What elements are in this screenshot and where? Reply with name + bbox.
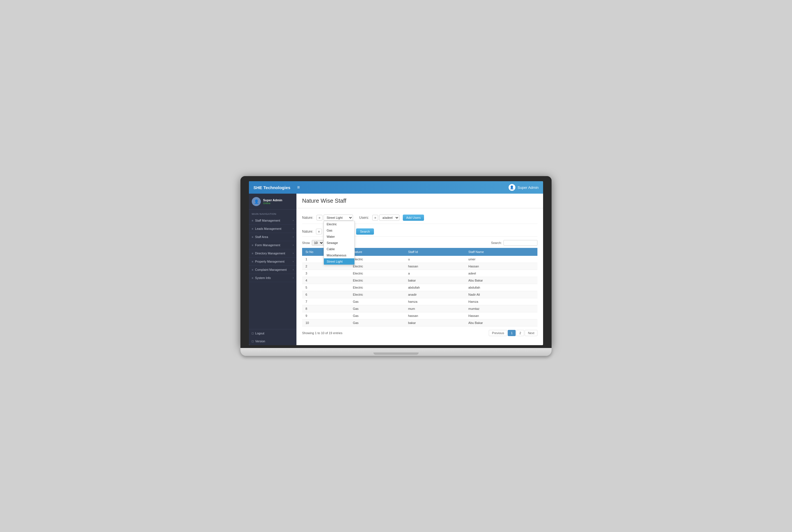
sidebar-nav-label: MAIN NAVIGATION: [249, 210, 296, 216]
sidebar-item-staff-management[interactable]: ≡ Staff Mamagement ›: [249, 216, 296, 225]
users-filter-icon-btn[interactable]: ≡: [372, 215, 378, 221]
nature-filter-group: ≡ Electric Gas Water Sewage Cable Miscel…: [316, 214, 353, 221]
search-input[interactable]: [503, 240, 537, 246]
page-2-button[interactable]: 2: [516, 330, 524, 336]
cell-staff-id: bakar: [405, 319, 465, 326]
previous-button[interactable]: Previous: [489, 330, 507, 336]
app-layout: 👤 Super Admin Online MAIN NAVIGATION ≡ S…: [249, 194, 543, 345]
table-row: 10 Gas bakar Abu Bakar: [302, 319, 537, 326]
cell-nature: Gas: [349, 319, 404, 326]
sidebar-item-label: Property Management: [255, 260, 284, 263]
table-row: 3 Electric a adeel: [302, 270, 537, 277]
sidebar-user-details: Super Admin Online: [263, 198, 282, 205]
version-label: Version: [255, 340, 265, 343]
cell-nature: Gas: [349, 298, 404, 305]
add-users-button[interactable]: Add Users: [403, 214, 424, 221]
cell-nature: Gas: [349, 312, 404, 319]
dropdown-item-electric[interactable]: Electric: [324, 221, 354, 227]
cell-staff-name: umer: [465, 256, 537, 263]
dropdown-item-sewage[interactable]: Sewage: [324, 240, 354, 246]
sidebar-item-system-info[interactable]: ≡ System Info ›: [249, 274, 296, 282]
users-filter-group: ≡ a/adeel: [372, 214, 399, 221]
cell-staff-name: Abu Bakar: [465, 319, 537, 326]
complaint-management-icon: ≡: [252, 268, 254, 271]
cell-nature: Electric: [349, 263, 404, 270]
header-left: SHE Technologies ≡: [254, 185, 300, 190]
brand-name: SHE Technologies: [254, 185, 291, 190]
sidebar-avatar: 👤: [252, 197, 261, 206]
sidebar-item-property-management[interactable]: ≡ Property Management ›: [249, 258, 296, 266]
cell-nature: Electric: [349, 291, 404, 298]
sidebar-item-label: System Info: [255, 276, 271, 280]
dropdown-item-water[interactable]: Water: [324, 233, 354, 240]
staff-area-icon: ≡: [252, 235, 254, 239]
sidebar-item-staff-area[interactable]: ≡ Staff Area ›: [249, 233, 296, 241]
filter-bar: Nature: ≡ Electric Gas Water Sewage: [302, 212, 537, 224]
dropdown-item-gas[interactable]: Gas: [324, 227, 354, 233]
sidebar-item-leads-management[interactable]: ≡ Leads Management ›: [249, 225, 296, 233]
cell-nature: Electric: [349, 256, 404, 263]
nature-filter-icon-btn[interactable]: ≡: [316, 215, 322, 221]
screen: SHE Technologies ≡ 👤 Super Admin 👤 Super…: [249, 181, 543, 345]
leads-management-icon: ≡: [252, 227, 254, 230]
cell-srno: 6: [302, 291, 349, 298]
col-staff-name: Staff Name: [465, 248, 537, 256]
next-button[interactable]: Next: [525, 330, 537, 336]
dropdown-item-miscellaneous[interactable]: Miscellaneous: [324, 252, 354, 259]
cell-nature: Electric: [349, 270, 404, 277]
sidebar-bottom: □ Logout □ Version: [249, 329, 296, 345]
users-select[interactable]: a/adeel: [379, 214, 399, 221]
pagination-info: Showing 1 to 10 of 19 entries: [302, 331, 342, 335]
cell-srno: 7: [302, 298, 349, 305]
chevron-icon-6: ›: [293, 268, 294, 271]
table-body: 1 Electric u umer 2 Electric hassan Hass…: [302, 256, 537, 326]
cell-srno: 4: [302, 277, 349, 284]
dropdown-item-cable[interactable]: Cable: [324, 246, 354, 252]
sidebar-item-label: Complaint Management: [255, 268, 287, 271]
main-content: Nature Wise Staff Nature: ≡ Electric: [296, 194, 543, 345]
hamburger-icon[interactable]: ≡: [297, 185, 300, 190]
entries-select[interactable]: 10 25 50: [312, 240, 324, 246]
cell-srno: 10: [302, 319, 349, 326]
chevron-icon-4: ›: [293, 252, 294, 255]
cell-staff-name: Abu Bakar: [465, 277, 537, 284]
directory-management-icon: ≡: [252, 252, 254, 255]
cell-staff-id: abdullah: [405, 284, 465, 291]
cell-srno: 9: [302, 312, 349, 319]
logout-label: Logout: [255, 331, 264, 335]
property-management-icon: ≡: [252, 260, 254, 263]
sidebar-logout[interactable]: □ Logout: [249, 329, 296, 337]
cell-srno: 3: [302, 270, 349, 277]
nature-select[interactable]: Electric Gas Water Sewage Cable Miscella…: [324, 214, 353, 221]
sidebar-version[interactable]: □ Version: [249, 337, 296, 345]
screen-bezel: SHE Technologies ≡ 👤 Super Admin 👤 Super…: [240, 176, 552, 348]
sidebar-item-directory-management[interactable]: ≡ Directory Management ›: [249, 249, 296, 258]
sidebar-item-complaint-management[interactable]: ≡ Complaint Management ›: [249, 266, 296, 274]
cell-staff-name: Hamza: [465, 298, 537, 305]
cell-staff-name: Nadir Ali: [465, 291, 537, 298]
nature-row-label: Nature:: [302, 230, 313, 233]
header-username: Super Admin: [518, 186, 538, 190]
laptop-notch: [373, 353, 419, 355]
laptop-base: [240, 348, 552, 356]
cell-srno: 8: [302, 305, 349, 312]
sidebar-item-form-management[interactable]: ≡ Form Management ›: [249, 241, 296, 249]
user-avatar-icon: 👤: [509, 184, 515, 191]
pagination-controls: Previous 1 2 Next: [489, 330, 537, 336]
cell-nature: Electric: [349, 284, 404, 291]
nature-row-icon-btn[interactable]: ≡: [316, 229, 321, 234]
nature-dropdown-container: Electric Gas Water Sewage Cable Miscella…: [324, 214, 353, 221]
cell-nature: Electric: [349, 277, 404, 284]
dropdown-item-street-light[interactable]: Street Light: [324, 259, 354, 265]
sidebar-item-label: Staff Area: [255, 235, 268, 239]
page-1-button[interactable]: 1: [508, 330, 516, 336]
version-icon: □: [252, 340, 254, 343]
staff-management-icon: ≡: [252, 219, 254, 222]
cell-staff-id: hamza: [405, 298, 465, 305]
page-header: Nature Wise Staff: [296, 194, 543, 208]
page-title: Nature Wise Staff: [302, 197, 537, 204]
table-row: 4 Electric bakar Abu Bakar: [302, 277, 537, 284]
cell-staff-name: adeel: [465, 270, 537, 277]
search-button[interactable]: Search: [356, 228, 374, 235]
cell-nature: Gas: [349, 305, 404, 312]
